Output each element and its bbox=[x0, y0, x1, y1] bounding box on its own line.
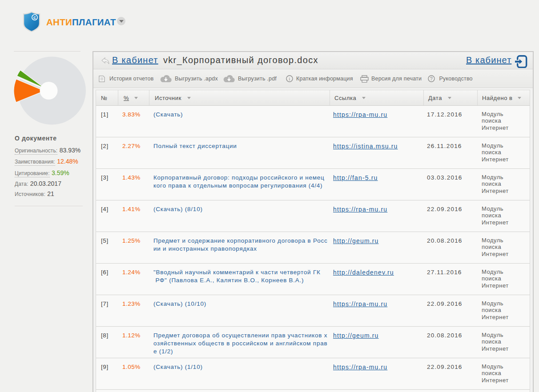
svg-text:c: c bbox=[33, 15, 36, 20]
svg-text:i: i bbox=[289, 76, 290, 81]
svg-text:?: ? bbox=[430, 76, 433, 81]
